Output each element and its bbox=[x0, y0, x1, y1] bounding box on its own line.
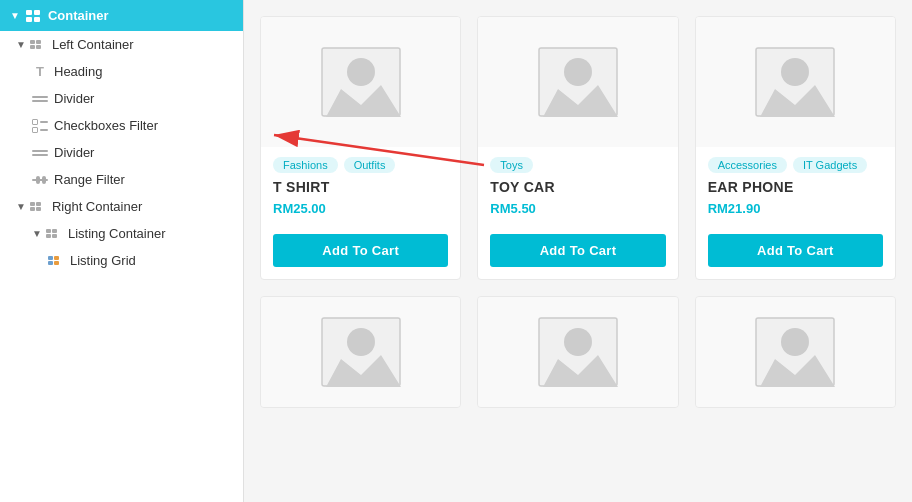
product-price: RM5.50 bbox=[490, 201, 665, 216]
sidebar-item-label: Range Filter bbox=[54, 172, 125, 187]
product-image bbox=[478, 17, 677, 147]
svg-point-7 bbox=[781, 58, 809, 86]
product-card bbox=[260, 296, 461, 408]
placeholder-image bbox=[321, 47, 401, 117]
tag-outfits: Outfits bbox=[344, 157, 396, 173]
svg-point-9 bbox=[347, 328, 375, 356]
product-card: Fashions Outfits T SHIRT RM25.00 Add To … bbox=[260, 16, 461, 280]
arrow-icon: ▼ bbox=[16, 201, 26, 212]
add-to-cart-button[interactable]: Add To Cart bbox=[490, 234, 665, 267]
sidebar-item-label: Divider bbox=[54, 145, 94, 160]
product-tags: Toys bbox=[490, 157, 665, 173]
sidebar-item-label: Heading bbox=[54, 64, 102, 79]
arrow-icon: ▼ bbox=[32, 228, 42, 239]
sidebar-item-label: Left Container bbox=[52, 37, 134, 52]
product-card bbox=[477, 296, 678, 408]
range-icon bbox=[32, 179, 48, 181]
sidebar-item-label: Right Container bbox=[52, 199, 142, 214]
product-tags: Accessories IT Gadgets bbox=[708, 157, 883, 173]
tag-toys: Toys bbox=[490, 157, 533, 173]
sidebar-item-listing-container[interactable]: ▼ Listing Container bbox=[0, 220, 243, 247]
tag-it-gadgets: IT Gadgets bbox=[793, 157, 867, 173]
sidebar-item-listing-grid[interactable]: Listing Grid bbox=[0, 247, 243, 274]
product-name: T SHIRT bbox=[273, 179, 448, 195]
divider-icon bbox=[32, 150, 48, 156]
add-to-cart-button[interactable]: Add To Cart bbox=[708, 234, 883, 267]
product-card: Accessories IT Gadgets EAR PHONE RM21.90… bbox=[695, 16, 896, 280]
sidebar: ▼ Container ▼ Left Container T Heading D… bbox=[0, 0, 244, 502]
tag-accessories: Accessories bbox=[708, 157, 787, 173]
sidebar-item-label: Divider bbox=[54, 91, 94, 106]
placeholder-image bbox=[755, 47, 835, 117]
product-tags: Fashions Outfits bbox=[273, 157, 448, 173]
product-image bbox=[696, 17, 895, 147]
grid-icon bbox=[30, 202, 46, 211]
product-price: RM25.00 bbox=[273, 201, 448, 216]
grid-icon bbox=[26, 10, 42, 22]
arrow-icon: ▼ bbox=[10, 10, 20, 21]
product-image bbox=[261, 17, 460, 147]
sidebar-item-right-container[interactable]: ▼ Right Container bbox=[0, 193, 243, 220]
product-info: Accessories IT Gadgets EAR PHONE RM21.90 bbox=[696, 147, 895, 226]
product-name: TOY CAR bbox=[490, 179, 665, 195]
product-image bbox=[261, 297, 460, 407]
svg-point-11 bbox=[564, 328, 592, 356]
sidebar-item-left-container[interactable]: ▼ Left Container bbox=[0, 31, 243, 58]
sidebar-item-container[interactable]: ▼ Container bbox=[0, 0, 243, 31]
sidebar-item-label: Checkboxes Filter bbox=[54, 118, 158, 133]
product-card bbox=[695, 296, 896, 408]
listing-grid-icon bbox=[48, 256, 64, 265]
svg-point-5 bbox=[564, 58, 592, 86]
sidebar-item-checkboxes-filter[interactable]: Checkboxes Filter bbox=[0, 112, 243, 139]
tag-fashions: Fashions bbox=[273, 157, 338, 173]
checkboxes-icon bbox=[32, 119, 48, 133]
products-grid: Fashions Outfits T SHIRT RM25.00 Add To … bbox=[260, 16, 896, 408]
svg-point-3 bbox=[347, 58, 375, 86]
grid-icon bbox=[46, 229, 62, 238]
sidebar-item-label: Listing Container bbox=[68, 226, 166, 241]
product-image bbox=[478, 297, 677, 407]
product-info: Toys TOY CAR RM5.50 bbox=[478, 147, 677, 226]
heading-icon: T bbox=[32, 64, 48, 79]
sidebar-item-heading[interactable]: T Heading bbox=[0, 58, 243, 85]
add-to-cart-button[interactable]: Add To Cart bbox=[273, 234, 448, 267]
svg-point-13 bbox=[781, 328, 809, 356]
main-content: Fashions Outfits T SHIRT RM25.00 Add To … bbox=[244, 0, 912, 502]
product-price: RM21.90 bbox=[708, 201, 883, 216]
grid-icon bbox=[30, 40, 46, 49]
product-info: Fashions Outfits T SHIRT RM25.00 bbox=[261, 147, 460, 226]
arrow-icon: ▼ bbox=[16, 39, 26, 50]
product-image bbox=[696, 297, 895, 407]
placeholder-image bbox=[538, 47, 618, 117]
sidebar-item-label: Container bbox=[48, 8, 109, 23]
divider-icon bbox=[32, 96, 48, 102]
sidebar-item-label: Listing Grid bbox=[70, 253, 136, 268]
product-card: Toys TOY CAR RM5.50 Add To Cart bbox=[477, 16, 678, 280]
sidebar-item-range-filter[interactable]: Range Filter bbox=[0, 166, 243, 193]
product-name: EAR PHONE bbox=[708, 179, 883, 195]
sidebar-item-divider1[interactable]: Divider bbox=[0, 85, 243, 112]
sidebar-item-divider2[interactable]: Divider bbox=[0, 139, 243, 166]
